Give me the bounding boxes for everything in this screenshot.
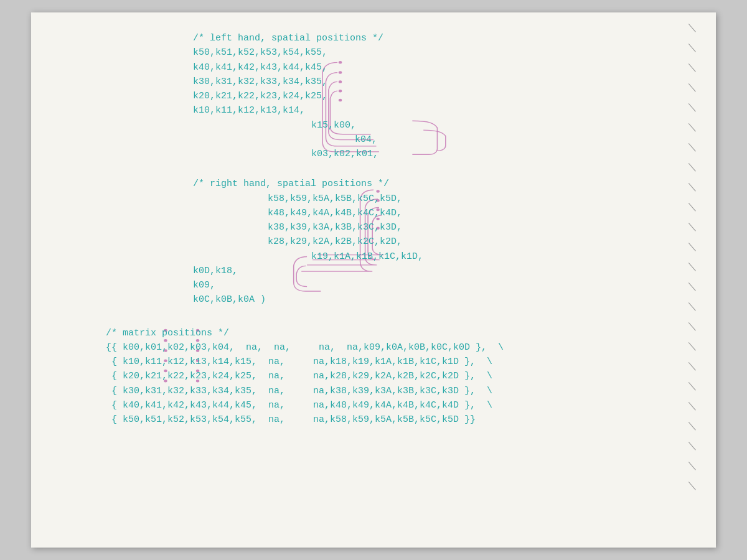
left-hand-comment: /* left hand, spatial positions */ [68,31,679,45]
margin-line: ＼ ＼ ＼ ＼ ＼ ＼ ＼ ＼ ＼ ＼ ＼ ＼ ＼ ＼ ＼ ＼ ＼ ＼ ＼ ＼ … [685,12,697,548]
matrix-line-6: { k50,k51,k52,k53,k54,k55, na, na,k58,k5… [68,413,679,427]
left-hand-line-4: k20,k21,k22,k23,k24,k25, [68,89,679,103]
right-hand-comment: /* right hand, spatial positions */ [68,177,679,191]
left-hand-line-7: k04, [68,133,679,147]
right-hand-line-1: k58,k59,k5A,k5B,k5C,k5D, [68,192,679,206]
page: /* left hand, spatial positions */ k50,k… [31,12,716,548]
matrix-line-5: { k40,k41,k42,k43,k44,k45, na, na,k48,k4… [68,398,679,413]
right-hand-section: /* right hand, spatial positions */ k58,… [68,177,679,307]
right-hand-line-8: k0C,k0B,k0A ) [68,292,679,307]
left-hand-line-2: k40,k41,k42,k43,k44,k45, [68,60,679,75]
matrix-line-4: { k30,k31,k32,k33,k34,k35, na, na,k38,k3… [68,384,679,398]
left-hand-line-5: k10,k11,k12,k13,k14, [68,103,679,118]
right-hand-line-4: k28,k29,k2A,k2B,k2C,k2D, [68,235,679,249]
right-hand-line-2: k48,k49,k4A,k4B,k4C,k4D, [68,206,679,220]
left-hand-line-1: k50,k51,k52,k53,k54,k55, [68,45,679,60]
left-hand-section: /* left hand, spatial positions */ k50,k… [68,31,679,161]
matrix-line-3: { k20,k21,k22,k23,k24,k25, na, na,k28,k2… [68,369,679,383]
page-content: /* left hand, spatial positions */ k50,k… [68,31,679,427]
right-hand-line-7: k09, [68,278,679,292]
right-hand-line-5: k19,k1A,k1B,k1C,k1D, [68,250,679,264]
left-hand-line-6: k15,k00, [68,118,679,133]
left-hand-line-8: k03,k02,k01, [68,147,679,161]
matrix-line-1: {{ k00,k01,k02,k03,k04, na, na, na, na,k… [68,340,679,355]
matrix-comment: /* matrix positions */ [68,326,679,340]
left-hand-line-3: k30,k31,k32,k33,k34,k35, [68,75,679,89]
matrix-section: /* matrix positions */ {{ k00,k01,k02,k0… [68,326,679,427]
matrix-line-2: { k10,k11,k12,k13,k14,k15, na, na,k18,k1… [68,355,679,369]
right-hand-line-6: k0D,k18, [68,264,679,278]
right-hand-line-3: k38,k39,k3A,k3B,k3C,k3D, [68,220,679,235]
